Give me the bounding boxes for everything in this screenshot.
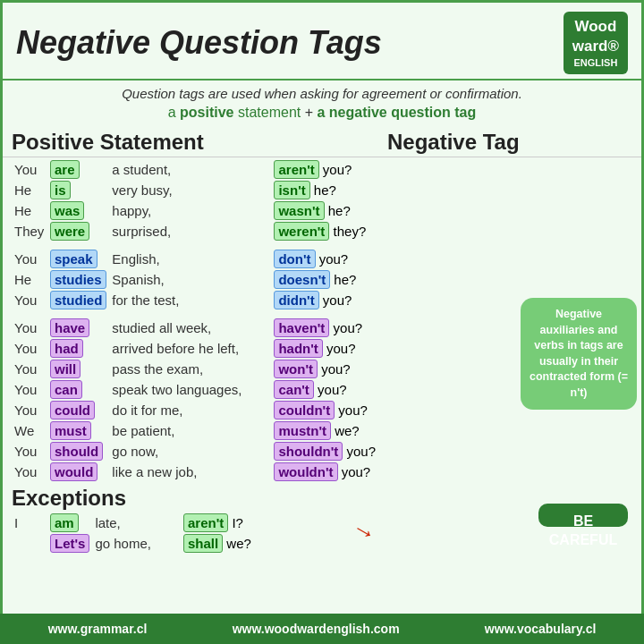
table-row: You have studied all week, haven't you? [12,318,378,338]
table-row: You studied for the test, didn't you? [12,290,378,310]
exceptions-area: I am late, aren't I? Let's go home, shal… [3,513,641,589]
logo: Wood ward® ENGLISH [564,12,628,74]
page-wrapper: Negative Question Tags Wood ward® ENGLIS… [3,3,641,589]
note-box: Negative auxiliaries and verbs in tags a… [521,298,637,410]
footer-link-3[interactable]: www.vocabulary.cl [485,622,597,636]
table-row: You can speak two languages, can't you? [12,379,378,400]
table-row: You would like a new job, wouldn't you? [12,462,378,482]
table-row: Let's go home, shall we? [12,533,254,554]
table-row: We must be patient, mustn't we? [12,420,378,441]
col-header-negative: Negative Tag [387,130,566,155]
table-row: He is very busy, isn't he? [12,180,378,200]
table-row: You are a student, aren't you? [12,159,378,180]
footer-link-1[interactable]: www.grammar.cl [48,622,148,636]
table-row: I am late, aren't I? [12,513,254,533]
arrow-icon: → [346,513,382,551]
col-header-positive: Positive Statement [12,130,387,155]
main-table: You are a student, aren't you? He is ver… [12,159,378,482]
table-row: He was happy, wasn't he? [12,200,378,221]
table-row: You will pass the exam, won't you? [12,359,378,379]
exceptions-table: I am late, aren't I? Let's go home, shal… [12,513,254,554]
content-area: You are a student, aren't you? He is ver… [3,159,641,482]
subtitle: Question tags are used when asking for a… [3,80,641,103]
page-title: Negative Question Tags [16,24,382,62]
table-row: They were surprised, weren't they? [12,221,378,242]
formula-line: a positive statement + a negative questi… [3,103,641,126]
table-row: You had arrived before he left, hadn't y… [12,338,378,359]
table-row: You should go now, shouldn't you? [12,441,378,462]
table-row: You speak English, don't you? [12,249,378,269]
header: Negative Question Tags Wood ward® ENGLIS… [3,3,641,80]
table-row: He studies Spanish, doesn't he? [12,269,378,290]
footer-link-2[interactable]: www.woodwardenglish.com [233,622,400,636]
table-row: You could do it for me, couldn't you? [12,400,378,420]
footer: www.grammar.cl www.woodwardenglish.com w… [0,614,644,644]
careful-box: BE CAREFUL [538,504,628,527]
column-headers: Positive Statement Negative Tag [3,126,641,157]
